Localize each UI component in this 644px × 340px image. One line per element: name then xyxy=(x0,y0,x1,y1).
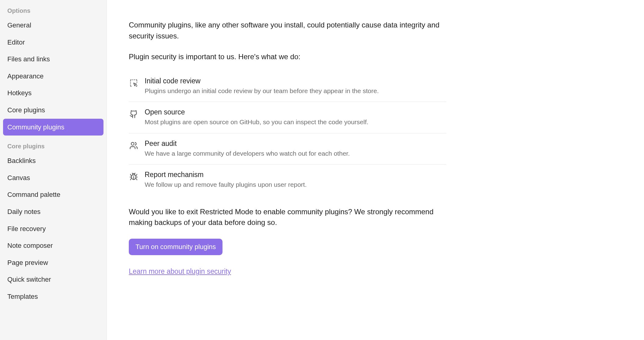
security-item-desc: Plugins undergo an initial code review b… xyxy=(145,86,446,96)
sidebar-item-core-plugins[interactable]: Core plugins xyxy=(3,102,103,119)
security-item-initial-code-review: Initial code review Plugins undergo an i… xyxy=(129,71,446,102)
sidebar-item-community-plugins[interactable]: Community plugins xyxy=(3,119,103,136)
security-list: Initial code review Plugins undergo an i… xyxy=(129,71,446,196)
intro-text: Community plugins, like any other softwa… xyxy=(129,20,446,42)
cursor-review-icon xyxy=(129,79,138,87)
security-item-title: Report mechanism xyxy=(145,171,446,179)
security-item-desc: We follow up and remove faulty plugins u… xyxy=(145,180,446,189)
section-header-options: Options xyxy=(3,4,103,17)
sidebar-item-general[interactable]: General xyxy=(3,17,103,34)
security-item-title: Open source xyxy=(145,108,446,116)
settings-sidebar: Options General Editor Files and links A… xyxy=(0,0,107,340)
security-item-peer-audit: Peer audit We have a large community of … xyxy=(129,133,446,165)
sidebar-item-canvas[interactable]: Canvas xyxy=(3,169,103,186)
sidebar-item-files-and-links[interactable]: Files and links xyxy=(3,51,103,68)
sidebar-item-note-composer[interactable]: Note composer xyxy=(3,237,103,254)
sidebar-item-daily-notes[interactable]: Daily notes xyxy=(3,203,103,220)
sidebar-item-backlinks[interactable]: Backlinks xyxy=(3,152,103,169)
settings-content: Community plugins, like any other softwa… xyxy=(107,0,644,340)
security-intro-text: Plugin security is important to us. Here… xyxy=(129,51,622,62)
security-item-report-mechanism: Report mechanism We follow up and remove… xyxy=(129,165,446,195)
svg-point-0 xyxy=(131,142,134,145)
turn-on-community-plugins-button[interactable]: Turn on community plugins xyxy=(129,239,223,255)
section-header-core-plugins: Core plugins xyxy=(3,136,103,152)
security-item-desc: Most plugins are open source on GitHub, … xyxy=(145,118,446,127)
sidebar-item-templates[interactable]: Templates xyxy=(3,288,103,305)
github-icon xyxy=(129,110,138,118)
sidebar-item-quick-switcher[interactable]: Quick switcher xyxy=(3,271,103,288)
sidebar-item-editor[interactable]: Editor xyxy=(3,34,103,51)
security-item-desc: We have a large community of developers … xyxy=(145,149,446,158)
learn-more-plugin-security-link[interactable]: Learn more about plugin security xyxy=(129,267,231,276)
security-item-title: Peer audit xyxy=(145,139,446,148)
sidebar-item-hotkeys[interactable]: Hotkeys xyxy=(3,85,103,102)
security-item-open-source: Open source Most plugins are open source… xyxy=(129,102,446,133)
security-item-title: Initial code review xyxy=(145,77,446,85)
sidebar-item-page-preview[interactable]: Page preview xyxy=(3,254,103,271)
sidebar-item-file-recovery[interactable]: File recovery xyxy=(3,220,103,237)
sidebar-item-command-palette[interactable]: Command palette xyxy=(3,186,103,203)
exit-restricted-mode-text: Would you like to exit Restricted Mode t… xyxy=(129,207,446,228)
sidebar-item-appearance[interactable]: Appearance xyxy=(3,68,103,85)
bug-icon xyxy=(129,172,138,181)
users-icon xyxy=(129,141,138,150)
